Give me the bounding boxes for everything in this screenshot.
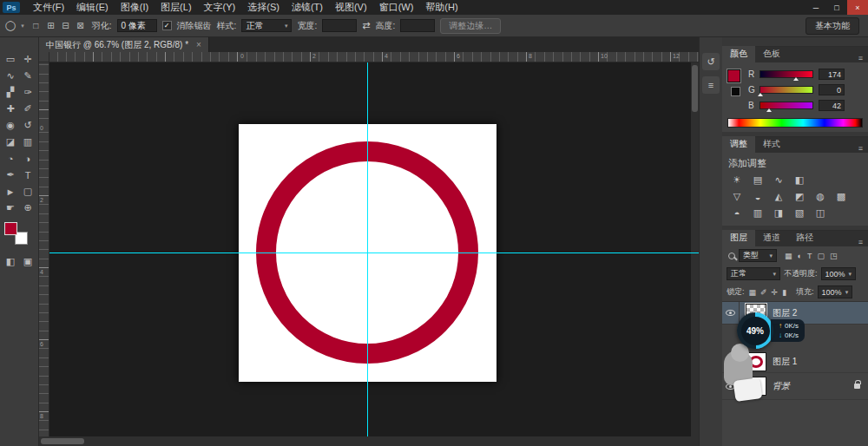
channel-value-b[interactable]: 42 <box>819 100 845 111</box>
tool-dodge[interactable]: ◑ <box>19 150 36 167</box>
tool-zoom[interactable]: ⊕ <box>19 200 36 216</box>
tab-color[interactable]: 颜色 <box>722 46 755 62</box>
active-color-swatch[interactable] <box>727 69 740 82</box>
menu-file[interactable]: 文件(F) <box>27 0 70 15</box>
lock-pixels-icon[interactable]: ✐ <box>760 288 767 297</box>
add-selection-icon[interactable]: ⊞ <box>44 21 57 30</box>
eye-icon[interactable] <box>726 384 735 390</box>
maximize-button[interactable]: □ <box>826 0 847 15</box>
menu-view[interactable]: 视图(V) <box>329 0 373 15</box>
posterize-icon[interactable]: ▥ <box>751 207 765 220</box>
color-panel-menu-icon[interactable]: ≡ <box>858 54 863 62</box>
channel-value-r[interactable]: 174 <box>819 69 845 80</box>
brightness-contrast-icon[interactable]: ☀ <box>730 174 744 187</box>
visibility-cell[interactable] <box>722 351 740 372</box>
tab-swatches[interactable]: 色板 <box>755 46 788 62</box>
menu-filter[interactable]: 滤镜(T) <box>286 0 329 15</box>
channel-value-g[interactable]: 0 <box>819 84 845 95</box>
lock-all-icon[interactable]: ▮ <box>782 288 786 297</box>
tool-crop[interactable]: ▞ <box>2 84 19 101</box>
menu-layer[interactable]: 图层(L) <box>155 0 197 15</box>
channel-slider-r[interactable] <box>760 70 813 78</box>
workspace-switcher[interactable]: 基本功能 <box>806 17 859 35</box>
filter-pixel-icon[interactable]: ▦ <box>785 252 792 260</box>
threshold-icon[interactable]: ◨ <box>772 207 786 220</box>
tool-quick-mask[interactable]: ◧ <box>2 253 19 270</box>
search-icon[interactable] <box>728 253 735 259</box>
ruler-origin[interactable] <box>39 52 49 62</box>
vertical-scroll-thumb[interactable] <box>692 65 698 112</box>
filter-type-select[interactable]: 类型▾ <box>739 249 777 262</box>
tool-rect-marquee[interactable]: ▭ <box>2 51 19 68</box>
horizontal-guide[interactable] <box>49 253 699 253</box>
slider-thumb-icon[interactable] <box>793 77 799 81</box>
tool-move[interactable]: ✛ <box>19 51 36 68</box>
document-tab[interactable]: 中国银行 @ 66.7% (图层 2, RGB/8) * × <box>39 37 209 52</box>
intersect-selection-icon[interactable]: ⊠ <box>74 21 87 30</box>
filter-adjustment-icon[interactable]: ◐ <box>798 252 802 260</box>
panel-options-panel-button[interactable]: ≡ <box>702 76 720 94</box>
tab-close-icon[interactable]: × <box>196 40 201 49</box>
close-button[interactable]: × <box>847 0 868 15</box>
levels-icon[interactable]: ▤ <box>751 174 765 187</box>
subtract-selection-icon[interactable]: ⊟ <box>59 21 72 30</box>
tool-clone-stamp[interactable]: ◉ <box>2 117 19 134</box>
eye-icon[interactable] <box>726 358 735 364</box>
exposure-icon[interactable]: ◧ <box>792 174 806 187</box>
layers-panel-menu-icon[interactable]: ≡ <box>858 238 863 246</box>
tool-preset-icon[interactable]: ◯ <box>5 20 16 31</box>
tab-paths[interactable]: 路径 <box>788 230 821 246</box>
gradient-map-icon[interactable]: ▧ <box>792 207 806 220</box>
tool-eraser[interactable]: ◪ <box>2 134 19 150</box>
secondary-color-swatch[interactable] <box>731 87 740 96</box>
tool-path-select[interactable]: ► <box>2 183 19 200</box>
fill-select[interactable]: 100%▾ <box>818 285 853 298</box>
vertical-guide[interactable] <box>367 62 368 436</box>
vertical-ruler[interactable]: 02468 <box>39 62 49 436</box>
tool-history-brush[interactable]: ↺ <box>19 117 36 134</box>
tool-preset-arrow-icon[interactable]: ▾ <box>21 23 24 30</box>
lock-transparency-icon[interactable]: ▦ <box>749 288 757 297</box>
feather-input[interactable]: 0 像素 <box>117 19 157 32</box>
history-panel-button[interactable]: ↺ <box>702 53 720 70</box>
color-spectrum-ramp[interactable] <box>727 118 863 128</box>
horizontal-scrollbar[interactable] <box>39 436 699 446</box>
filter-shape-icon[interactable]: ▢ <box>817 252 825 260</box>
lock-position-icon[interactable]: ✛ <box>772 288 779 297</box>
color-balance-icon[interactable]: ◭ <box>772 190 786 203</box>
hue-saturation-icon[interactable]: ◒ <box>751 190 765 203</box>
new-selection-icon[interactable]: □ <box>30 21 43 30</box>
curves-icon[interactable]: ∿ <box>772 174 786 187</box>
horizontal-scroll-thumb[interactable] <box>41 438 84 444</box>
foreground-color-swatch[interactable] <box>4 222 17 235</box>
layer-row[interactable]: 图层 1 <box>722 351 868 373</box>
tool-blur[interactable]: ◔ <box>2 150 19 167</box>
tool-shape[interactable]: ▢ <box>19 183 36 200</box>
tool-type[interactable]: T <box>19 167 36 183</box>
tool-healing-brush[interactable]: ✚ <box>2 101 19 117</box>
vibrance-icon[interactable]: ▽ <box>730 190 744 203</box>
eye-icon[interactable] <box>726 310 735 316</box>
link-dimensions-icon[interactable]: ⇄ <box>362 20 370 31</box>
tool-quick-select[interactable]: ✎ <box>19 68 36 84</box>
channel-mixer-icon[interactable]: ▩ <box>834 190 848 203</box>
tool-screen-mode[interactable]: ▣ <box>19 253 36 270</box>
tab-channels[interactable]: 通道 <box>755 230 788 246</box>
selective-color-icon[interactable]: ◫ <box>813 207 827 220</box>
tool-lasso[interactable]: ∿ <box>2 68 19 84</box>
speed-overlay-widget[interactable]: 49% ↑ 0K/s ↓ 0K/s <box>737 312 805 349</box>
refine-edge-button[interactable]: 调整边缘… <box>440 18 501 34</box>
antialias-checkbox[interactable]: ✓ <box>162 21 172 30</box>
channel-slider-g[interactable] <box>760 86 813 94</box>
menu-help[interactable]: 帮助(H) <box>419 0 464 15</box>
tool-brush[interactable]: ✐ <box>19 101 36 117</box>
document-viewport[interactable] <box>49 62 699 436</box>
photo-filter-icon[interactable]: ◍ <box>813 190 827 203</box>
vertical-scrollbar[interactable] <box>691 62 699 436</box>
adjustments-panel-menu-icon[interactable]: ≡ <box>858 144 863 153</box>
tool-pen[interactable]: ✒ <box>2 167 19 183</box>
tab-adjustments[interactable]: 调整 <box>722 136 755 153</box>
filter-smart-icon[interactable]: ◳ <box>830 252 838 260</box>
slider-thumb-icon[interactable] <box>766 108 772 112</box>
menu-select[interactable]: 选择(S) <box>241 0 286 15</box>
